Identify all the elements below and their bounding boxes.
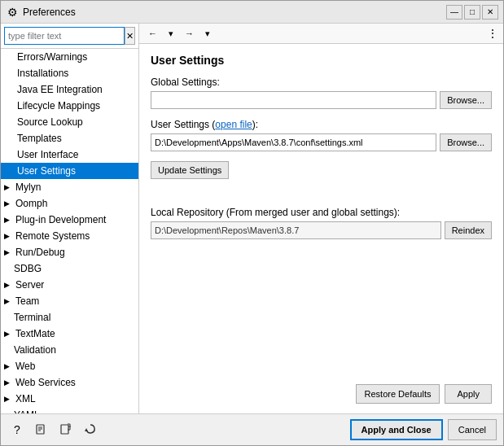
local-repo-input[interactable] xyxy=(151,221,441,239)
chevron-remote-systems: ▶ xyxy=(4,232,12,240)
svg-marker-6 xyxy=(85,428,88,431)
tree-group-oomph[interactable]: ▶Oomph xyxy=(1,195,138,212)
window-title: Preferences xyxy=(23,7,446,18)
tree-group-plugin-development[interactable]: ▶Plug-in Development xyxy=(1,212,138,228)
reindex-button[interactable]: Reindex xyxy=(445,221,492,239)
tree-group-server[interactable]: ▶Server xyxy=(1,277,138,293)
local-repo-label: Local Repository (From merged user and g… xyxy=(151,207,492,218)
filter-input[interactable] xyxy=(4,27,125,45)
chevron-plugin-development: ▶ xyxy=(4,216,12,224)
forward-dropdown-icon: ▾ xyxy=(205,28,210,39)
back-dropdown-button[interactable]: ▾ xyxy=(164,25,177,42)
preferences-window: ⚙ Preferences — □ ✕ ✕ Errors/Warnings In… xyxy=(0,0,504,446)
forward-button[interactable]: → xyxy=(181,25,198,42)
tree-item-installations[interactable]: Installations xyxy=(1,65,138,81)
tree-group-web-services[interactable]: ▶Web Services xyxy=(1,374,138,391)
open-file-link[interactable]: open file xyxy=(215,119,252,130)
tree-group-remote-systems[interactable]: ▶Remote Systems xyxy=(1,228,138,244)
chevron-textmate: ▶ xyxy=(4,330,12,338)
forward-icon: → xyxy=(185,28,194,38)
chevron-team: ▶ xyxy=(4,297,12,305)
tree-group-web[interactable]: ▶Web xyxy=(1,358,138,374)
tree-item-user-settings[interactable]: User Settings xyxy=(1,163,138,179)
chevron-web: ▶ xyxy=(4,362,12,370)
tree-item-sdbg[interactable]: SDBG xyxy=(1,260,138,277)
bottom-bar: ? xyxy=(1,413,503,445)
tree-item-terminal[interactable]: Terminal xyxy=(1,309,138,326)
user-settings-row: Browse... xyxy=(151,133,492,151)
chevron-web-services: ▶ xyxy=(4,378,12,387)
filter-box: ✕ xyxy=(1,24,138,49)
window-icon: ⚙ xyxy=(6,6,19,19)
local-repo-row: Reindex xyxy=(151,221,492,239)
tree-group-mylyn[interactable]: ▶Mylyn xyxy=(1,179,138,195)
tree-item-yaml[interactable]: YAML xyxy=(1,407,138,413)
right-toolbar: ← ▾ → ▾ ⋮ xyxy=(139,24,503,44)
tree-group-run-debug[interactable]: ▶Run/Debug xyxy=(1,244,138,260)
right-panel: User Settings Global Settings: Browse...… xyxy=(139,44,503,413)
panel-actions: Restore Defaults Apply xyxy=(151,379,492,404)
import-icon xyxy=(60,423,72,437)
chevron-oomph: ▶ xyxy=(4,199,12,208)
global-settings-input[interactable] xyxy=(151,91,436,109)
restore-icon-button[interactable] xyxy=(81,420,100,439)
browse-user-button[interactable]: Browse... xyxy=(440,133,492,151)
section-title: User Settings xyxy=(151,54,492,67)
back-dropdown-icon: ▾ xyxy=(169,28,173,39)
restore-defaults-button[interactable]: Restore Defaults xyxy=(356,384,440,404)
tree-group-team[interactable]: ▶Team xyxy=(1,293,138,309)
user-settings-label: User Settings (open file): xyxy=(151,119,492,130)
back-icon: ← xyxy=(148,28,157,38)
tree-item-java-ee-integration[interactable]: Java EE Integration xyxy=(1,81,138,98)
user-settings-input[interactable] xyxy=(151,133,436,151)
export-icon xyxy=(36,423,47,437)
global-settings-label: Global Settings: xyxy=(151,77,492,88)
tree-item-validation[interactable]: Validation xyxy=(1,342,138,358)
tree-item-errors-warnings[interactable]: Errors/Warnings xyxy=(1,49,138,65)
import-icon-button[interactable] xyxy=(56,420,76,439)
export-icon-button[interactable] xyxy=(32,420,51,439)
chevron-server: ▶ xyxy=(4,281,12,289)
browse-global-button[interactable]: Browse... xyxy=(440,91,492,109)
maximize-button[interactable]: □ xyxy=(464,5,480,20)
tree-item-user-interface[interactable]: User Interface xyxy=(1,146,138,163)
close-button[interactable]: ✕ xyxy=(482,5,498,20)
tree-item-templates[interactable]: Templates xyxy=(1,130,138,146)
title-bar: ⚙ Preferences — □ ✕ xyxy=(1,1,503,24)
help-icon-button[interactable]: ? xyxy=(7,420,27,439)
minimize-button[interactable]: — xyxy=(446,5,462,20)
apply-and-close-button[interactable]: Apply and Close xyxy=(350,419,443,440)
left-panel: ✕ Errors/Warnings Installations Java EE … xyxy=(1,24,139,413)
help-icon: ? xyxy=(14,423,20,436)
main-area: ✕ Errors/Warnings Installations Java EE … xyxy=(1,24,503,413)
title-bar-controls: — □ ✕ xyxy=(446,5,498,20)
tree-area: Errors/Warnings Installations Java EE In… xyxy=(1,49,138,413)
update-settings-group: Update Settings xyxy=(151,161,492,179)
cancel-button[interactable]: Cancel xyxy=(448,419,497,440)
chevron-mylyn: ▶ xyxy=(4,183,12,191)
update-settings-button[interactable]: Update Settings xyxy=(151,161,229,179)
window-body: ✕ Errors/Warnings Installations Java EE … xyxy=(1,24,503,445)
svg-rect-4 xyxy=(61,425,68,434)
chevron-xml: ▶ xyxy=(4,395,12,403)
global-settings-row: Browse... xyxy=(151,91,492,109)
tree-group-xml[interactable]: ▶XML xyxy=(1,391,138,407)
apply-button[interactable]: Apply xyxy=(445,384,492,404)
user-settings-group: User Settings (open file): Browse... xyxy=(151,119,492,151)
local-repo-section: Local Repository (From merged user and g… xyxy=(151,207,492,239)
tree-item-source-lookup[interactable]: Source Lookup xyxy=(1,114,138,130)
chevron-run-debug: ▶ xyxy=(4,248,12,256)
global-settings-group: Global Settings: Browse... xyxy=(151,77,492,109)
tree-group-textmate[interactable]: ▶TextMate xyxy=(1,326,138,342)
forward-dropdown-button[interactable]: ▾ xyxy=(201,25,214,42)
filter-clear-button[interactable]: ✕ xyxy=(125,27,135,45)
restore-icon xyxy=(85,423,96,437)
back-button[interactable]: ← xyxy=(144,25,161,42)
tree-item-lifecycle-mappings[interactable]: Lifecycle Mappings xyxy=(1,98,138,114)
more-options-icon[interactable]: ⋮ xyxy=(487,27,498,40)
